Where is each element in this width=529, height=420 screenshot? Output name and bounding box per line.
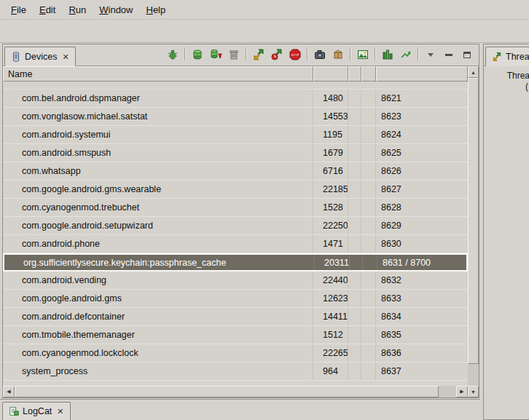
empty-cell bbox=[348, 199, 361, 216]
process-name: com.android.phone bbox=[3, 235, 313, 253]
vertical-scrollbar[interactable]: ▲ ▼ bbox=[468, 66, 479, 397]
empty-cell bbox=[363, 255, 377, 270]
column-header-pid[interactable] bbox=[313, 66, 348, 82]
maximize-icon[interactable] bbox=[459, 47, 475, 62]
dump-view-hierarchy-icon[interactable] bbox=[330, 47, 346, 62]
process-pid: 20311 bbox=[315, 255, 350, 270]
tab-devices-label: Devices bbox=[25, 52, 57, 62]
table-row[interactable]: com.android.defcontainer144118634 bbox=[3, 308, 468, 326]
tab-threads[interactable]: Threads bbox=[485, 47, 529, 66]
empty-cell bbox=[348, 290, 361, 307]
capture-image-icon[interactable] bbox=[355, 47, 371, 62]
table-row[interactable]: com.google.android.gms126238633 bbox=[3, 290, 468, 308]
table-row[interactable]: com.android.vending224408632 bbox=[3, 272, 468, 290]
column-header-2[interactable] bbox=[361, 66, 376, 82]
process-name: org.sufficientlysecure.keychain:passphra… bbox=[4, 255, 315, 270]
toolbar-separator bbox=[375, 47, 376, 60]
empty-cell bbox=[348, 90, 361, 107]
table-row[interactable]: com.bel.android.dspmanager14808621 bbox=[3, 90, 468, 108]
process-port: 8634 bbox=[376, 308, 468, 325]
empty-cell bbox=[361, 126, 376, 143]
devices-toolbar: STOP bbox=[165, 47, 479, 66]
tab-devices[interactable]: Devices ✕ bbox=[4, 47, 76, 66]
process-port: 8637 bbox=[376, 362, 468, 380]
empty-cell bbox=[348, 144, 361, 162]
process-port: 8629 bbox=[376, 217, 468, 234]
horizontal-scroll-thumb[interactable] bbox=[15, 386, 439, 397]
process-name: system_process bbox=[3, 362, 313, 380]
close-icon[interactable]: ✕ bbox=[57, 407, 63, 416]
process-pid: 22265 bbox=[313, 344, 348, 362]
tab-logcat[interactable]: LogCat ✕ bbox=[2, 402, 71, 420]
process-pid: 1679 bbox=[313, 144, 348, 162]
scroll-right-icon[interactable]: ▶ bbox=[456, 386, 468, 397]
minimize-icon[interactable] bbox=[441, 47, 457, 62]
toolbar-separator bbox=[350, 47, 351, 60]
process-pid: 12623 bbox=[313, 290, 348, 307]
close-icon[interactable]: ✕ bbox=[62, 52, 68, 62]
update-threads-icon[interactable] bbox=[251, 47, 267, 62]
empty-cell bbox=[361, 217, 376, 234]
menu-file[interactable]: File bbox=[4, 2, 33, 17]
method-profiling-icon[interactable] bbox=[269, 47, 285, 62]
device-icon bbox=[11, 52, 21, 62]
horizontal-scrollbar[interactable]: ◀ ▶ bbox=[3, 386, 468, 397]
column-header-port[interactable] bbox=[376, 66, 468, 82]
table-row[interactable]: com.cyanogenmod.trebuchet15288628 bbox=[3, 199, 468, 217]
stop-process-icon[interactable]: STOP bbox=[287, 47, 303, 62]
process-pid: 14553 bbox=[313, 108, 348, 125]
empty-cell bbox=[348, 162, 361, 180]
empty-cell bbox=[348, 344, 361, 362]
refresh-arrows-icon[interactable] bbox=[398, 47, 414, 62]
empty-cell bbox=[361, 326, 376, 344]
table-row[interactable]: org.sufficientlysecure.keychain:passphra… bbox=[3, 253, 468, 272]
table-row[interactable]: com.android.smspush16798625 bbox=[3, 144, 468, 162]
vertical-scroll-thumb[interactable] bbox=[468, 78, 479, 364]
table-row[interactable]: com.google.android.gms.wearable221858627 bbox=[3, 181, 468, 199]
process-port: 8631 / 8700 bbox=[377, 255, 466, 270]
threads-message-line: Thread up bbox=[485, 71, 529, 82]
scroll-up-icon[interactable]: ▲ bbox=[468, 66, 479, 78]
update-heap-icon[interactable] bbox=[189, 47, 205, 62]
process-name: com.tmobile.thememanager bbox=[3, 326, 313, 344]
process-pid: 1528 bbox=[313, 199, 348, 216]
menu-help[interactable]: Help bbox=[139, 2, 172, 17]
table-row[interactable]: com.android.phone14718630 bbox=[3, 235, 468, 253]
process-port: 8626 bbox=[376, 162, 468, 180]
table-row[interactable]: com.cyanogenmod.lockclock222658636 bbox=[3, 344, 468, 362]
empty-cell bbox=[348, 308, 361, 325]
tab-threads-label: Threads bbox=[506, 52, 529, 62]
view-menu-icon[interactable] bbox=[423, 47, 439, 62]
cause-gc-icon[interactable] bbox=[226, 47, 242, 62]
process-name: com.cyanogenmod.trebuchet bbox=[3, 199, 313, 216]
table-row[interactable]: com.tmobile.thememanager15128635 bbox=[3, 326, 468, 344]
dump-hprof-icon[interactable] bbox=[208, 47, 224, 62]
table-row[interactable]: com.vonglasow.michael.satstat145538623 bbox=[3, 108, 468, 126]
empty-cell bbox=[348, 326, 361, 344]
scroll-left-icon[interactable]: ◀ bbox=[3, 386, 15, 397]
empty-cell bbox=[361, 108, 376, 125]
table-row[interactable]: com.google.android.setupwizard222508629 bbox=[3, 217, 468, 235]
column-header-1[interactable] bbox=[348, 66, 361, 82]
tab-logcat-label: LogCat bbox=[23, 406, 52, 416]
vertical-scroll-track[interactable] bbox=[468, 78, 479, 386]
horizontal-scroll-track[interactable] bbox=[15, 386, 456, 397]
table-row[interactable]: com.android.systemui11958624 bbox=[3, 126, 468, 144]
menu-window[interactable]: Window bbox=[93, 2, 139, 17]
process-port: 8630 bbox=[376, 235, 468, 253]
scroll-down-icon[interactable]: ▼ bbox=[468, 386, 479, 397]
debug-icon[interactable] bbox=[165, 47, 181, 62]
empty-cell bbox=[348, 126, 361, 143]
process-pid: 6716 bbox=[313, 162, 348, 180]
threads-panel: Threads Thread up ( bbox=[483, 44, 529, 420]
logcat-bar: LogCat ✕ bbox=[0, 399, 480, 420]
table-row[interactable]: system_process9648637 bbox=[3, 362, 468, 381]
process-port: 8636 bbox=[376, 344, 468, 362]
menu-run[interactable]: Run bbox=[62, 2, 93, 17]
threads-tabstrip: Threads bbox=[484, 44, 529, 66]
menu-edit[interactable]: Edit bbox=[33, 2, 62, 17]
hierarchy-view-icon[interactable] bbox=[380, 47, 396, 62]
column-header-name[interactable]: Name bbox=[3, 66, 313, 82]
table-row[interactable]: com.whatsapp67168626 bbox=[3, 162, 468, 181]
screen-capture-icon[interactable] bbox=[312, 47, 328, 62]
